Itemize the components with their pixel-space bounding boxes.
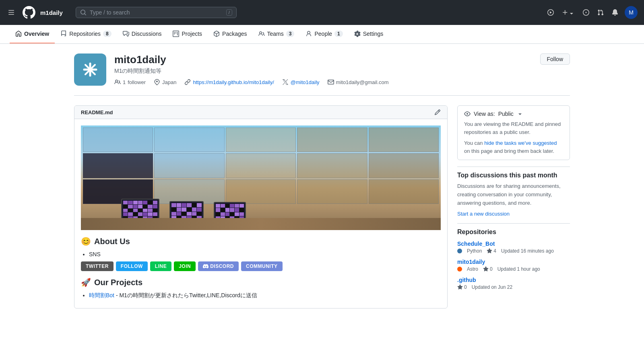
website-item: https://m1daily.github.io/mito1daily/ — [184, 79, 274, 85]
people-meta-icon — [114, 79, 121, 85]
nav-repositories[interactable]: Repositories 8 — [55, 25, 117, 43]
follower-label: follower — [128, 79, 146, 85]
twitter-link[interactable]: @mito1daily — [291, 79, 320, 85]
projects-emoji: 🚀 — [81, 278, 91, 287]
profile-info: mito1daily M1の時間割通知等 1 follower Japan ht… — [114, 53, 532, 85]
nav-overview[interactable]: Overview — [10, 25, 55, 43]
repo-updated-1: Updated 16 minutes ago — [501, 248, 554, 254]
view-as-box: View as: Public You are viewing the READ… — [457, 105, 570, 160]
nav-projects-label: Projects — [182, 31, 202, 37]
twitter-icon — [282, 79, 289, 85]
repo-item-3: .github 0 Updated on Jun 22 — [457, 277, 570, 290]
dropdown-arrow-icon[interactable] — [517, 111, 523, 117]
copilot-button[interactable] — [546, 8, 555, 17]
header-actions: M — [546, 6, 638, 19]
location-icon — [154, 79, 160, 85]
view-as-header: View as: Public — [464, 111, 563, 117]
readme-header: README.md — [74, 106, 447, 119]
view-as-value: Public — [498, 111, 514, 117]
star-count-2: 0 — [483, 266, 493, 272]
nav-packages[interactable]: Packages — [208, 25, 252, 43]
nav-repositories-label: Repositories — [69, 31, 101, 37]
search-container: / — [76, 7, 237, 18]
repo-name-2[interactable]: mito1daily — [457, 259, 570, 265]
location-item: Japan — [154, 79, 176, 85]
repo-icon — [60, 31, 67, 37]
project-item: 時間割Bot - M1の時間割が更新されたらTwitter,LINE,Disco… — [89, 292, 441, 299]
our-projects-section: 🚀 Our Projects 時間割Bot - M1の時間割が更新されたらTwi… — [81, 278, 441, 299]
user-avatar[interactable]: M — [625, 6, 638, 19]
discussions-icon — [123, 31, 129, 37]
avatar-initials: M — [629, 9, 634, 16]
edit-icon[interactable] — [434, 109, 441, 115]
settings-icon — [354, 31, 361, 37]
hamburger-button[interactable] — [6, 8, 16, 17]
repo-updated-2: Updated 1 hour ago — [497, 266, 540, 272]
discussions-title: Top discussions this past month — [457, 172, 570, 179]
website-link[interactable]: https://m1daily.github.io/mito1daily/ — [193, 79, 274, 85]
repo-meta-3: 0 Updated on Jun 22 — [457, 284, 570, 290]
follow-button[interactable]: Follow — [540, 53, 570, 65]
repo-meta-1: Python 4 Updated 16 minutes ago — [457, 248, 570, 254]
app-header: m1daily / — [0, 0, 644, 25]
join-badge[interactable]: JOIN — [174, 261, 196, 271]
nav-projects[interactable]: Projects — [167, 25, 208, 43]
readme-section: README.md — [74, 105, 448, 309]
github-logo — [23, 6, 35, 19]
view-as-text2: You can hide the tasks we've suggested o… — [464, 139, 563, 155]
view-as-text1: You are viewing the README and pinned re… — [464, 120, 563, 136]
start-discussion-link[interactable]: Start a new discussion — [457, 211, 510, 217]
community-badge[interactable]: COMMUNITY — [241, 261, 283, 271]
about-us-section: 😊 About Us SNS TWITTER FOLLOW LINE JOIN … — [81, 237, 441, 271]
discussions-text: Discussions are for sharing announcement… — [457, 182, 570, 207]
view-as-label: View as: — [474, 111, 495, 117]
profile-divider — [74, 95, 570, 96]
email-text: mito1daily@gmail.com — [336, 79, 389, 85]
twitter-badge[interactable]: TWITTER — [81, 261, 114, 271]
search-input[interactable] — [90, 9, 223, 16]
repos-badge: 8 — [103, 31, 111, 37]
repos-title: Repositories — [457, 228, 570, 236]
nav-settings[interactable]: Settings — [349, 25, 389, 43]
org-bio: M1の時間割通知等 — [114, 68, 532, 75]
follow-badge[interactable]: FOLLOW — [116, 261, 148, 271]
org-avatar — [74, 53, 106, 86]
discord-badge[interactable]: DISCORD — [198, 261, 239, 271]
profile-meta: 1 follower Japan https://m1daily.github.… — [114, 79, 532, 85]
project-description: - M1の時間割が更新されたらTwitter,LINE,Discordに送信 — [116, 292, 257, 298]
sns-item: SNS — [89, 251, 441, 257]
repo-item-1: Schedule_Bot Python 4 Updated 16 minutes… — [457, 241, 570, 254]
project-link[interactable]: 時間割Bot — [89, 292, 114, 298]
repo-name-3[interactable]: .github — [457, 277, 570, 283]
nav-discussions-label: Discussions — [132, 31, 162, 37]
org-name-header: m1daily — [40, 9, 63, 16]
about-emoji: 😊 — [81, 237, 91, 246]
readme-body: 😊 About Us SNS TWITTER FOLLOW LINE JOIN … — [74, 119, 447, 308]
notifications-button[interactable] — [610, 8, 620, 17]
nav-settings-label: Settings — [363, 31, 384, 37]
teams-badge: 3 — [286, 31, 295, 37]
nav-teams[interactable]: Teams 3 — [253, 25, 300, 43]
repo-updated-3: Updated on Jun 22 — [472, 284, 512, 290]
sidebar-divider-2 — [457, 223, 570, 224]
nav-discussions[interactable]: Discussions — [117, 25, 167, 43]
line-badge[interactable]: LINE — [150, 261, 171, 271]
repo-name-1[interactable]: Schedule_Bot — [457, 241, 570, 247]
sidebar: View as: Public You are viewing the READ… — [457, 105, 570, 309]
nav-people[interactable]: People 1 — [300, 25, 348, 43]
hide-tasks-link[interactable]: hide the tasks we've suggested — [484, 140, 557, 146]
org-nav: Overview Repositories 8 Discussions Proj… — [0, 25, 644, 44]
eye-icon — [464, 111, 471, 117]
about-title-text: About Us — [94, 237, 130, 246]
issues-button[interactable] — [581, 8, 591, 17]
email-item: mito1daily@gmail.com — [328, 79, 389, 85]
lang-label-2: Astro — [467, 266, 478, 272]
projects-icon — [173, 31, 179, 37]
star-icon-1 — [487, 248, 492, 254]
readme-hero-image — [81, 125, 441, 230]
link-icon — [184, 79, 191, 85]
plus-button[interactable] — [560, 8, 576, 17]
pullrequest-button[interactable] — [596, 8, 605, 17]
nav-teams-label: Teams — [267, 31, 284, 37]
sidebar-divider-1 — [457, 167, 570, 167]
